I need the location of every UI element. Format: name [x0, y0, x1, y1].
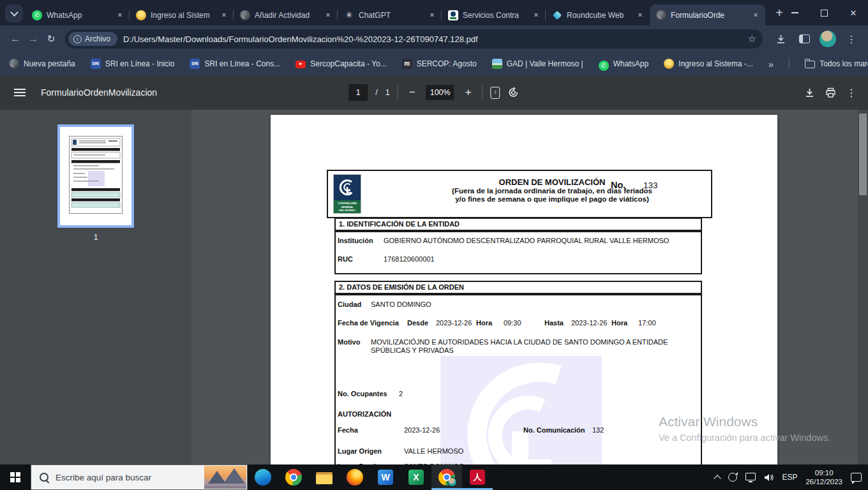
taskbar-search-input[interactable]: [54, 472, 191, 483]
bookmark-star-icon[interactable]: ☆: [748, 33, 756, 45]
clock-date: 26/12/2023: [805, 477, 842, 486]
bookmark-whatsapp[interactable]: ✆ WhatsApp: [599, 59, 648, 69]
taskbar-word[interactable]: W: [370, 464, 401, 490]
language-indicator[interactable]: ESP: [782, 473, 797, 482]
bookmark-gad-valle-hermoso[interactable]: GAD | Valle Hermoso |: [492, 59, 583, 69]
downloads-button[interactable]: [772, 30, 789, 48]
vertical-scrollbar[interactable]: [858, 110, 868, 464]
page-thumbnail[interactable]: [57, 124, 134, 228]
sync-tray-icon[interactable]: [728, 473, 737, 482]
close-icon: ✕: [850, 8, 857, 18]
download-icon[interactable]: [804, 87, 815, 98]
taskbar-excel[interactable]: X: [401, 464, 431, 490]
bookmark-sri-consultas[interactable]: SRI SRI en Línea - Cons...: [190, 59, 280, 69]
avatar: [819, 31, 836, 47]
taskbar-chrome[interactable]: [278, 464, 309, 490]
document-title: ORDEN DE MOVILIZACIÓN: [399, 177, 705, 187]
kebab-menu-icon[interactable]: ⋮: [846, 87, 857, 99]
tab-anadir-actividad[interactable]: Añadir Actividad ✕: [234, 4, 338, 26]
bookmark-sercop-agosto[interactable]: m SERCOP: Agosto: [402, 59, 477, 69]
profile-avatar[interactable]: [819, 30, 837, 48]
taskbar-file-explorer[interactable]: [309, 464, 340, 490]
bookmark-ingreso-sistema[interactable]: Ingreso al Sistema -...: [664, 59, 753, 69]
zoom-out-button[interactable]: −: [406, 86, 419, 99]
close-icon[interactable]: ✕: [531, 10, 541, 20]
action-center-icon[interactable]: [851, 473, 862, 482]
restore-button[interactable]: [809, 0, 839, 26]
toolbar-actions: ⋮: [772, 30, 860, 48]
close-icon[interactable]: ✕: [751, 10, 761, 20]
page-divider: /: [375, 88, 377, 97]
taskbar-clock[interactable]: 09:10 26/12/2023: [805, 468, 842, 486]
section1-header: 1. IDENTIFICACIÓN DE LA ENTIDAD: [334, 218, 702, 231]
close-icon[interactable]: ✕: [323, 10, 333, 20]
pdf-content-area: 1: [0, 110, 868, 464]
fit-to-page-icon[interactable]: ↕: [491, 87, 500, 99]
close-icon[interactable]: ✕: [219, 10, 229, 20]
file-explorer-icon: [316, 472, 333, 485]
print-icon[interactable]: [825, 87, 836, 98]
tab-search-button[interactable]: [5, 4, 23, 22]
page-number-input[interactable]: [348, 84, 368, 101]
tab-ingreso-sistema[interactable]: Ingreso al Sistem ✕: [130, 4, 234, 26]
profile-badge: [447, 477, 457, 487]
taskbar-search[interactable]: [31, 464, 248, 490]
close-window-button[interactable]: ✕: [839, 0, 868, 26]
whatsapp-icon: ✆: [32, 10, 42, 20]
taskbar-firefox[interactable]: [340, 464, 370, 490]
network-icon[interactable]: [745, 473, 756, 480]
close-icon[interactable]: ✕: [427, 10, 437, 20]
back-button[interactable]: ←: [6, 30, 24, 48]
close-icon[interactable]: ✕: [115, 10, 125, 20]
address-bar[interactable]: i Archivo D:/Users/Master/Downloads/Form…: [65, 29, 763, 48]
document-number-label: No.: [611, 180, 625, 190]
file-scheme-chip[interactable]: i Archivo: [68, 32, 117, 46]
taskbar-acrobat[interactable]: 人: [462, 464, 493, 490]
url-text: D:/Users/Master/Downloads/FormularioOrde…: [123, 34, 743, 44]
field-motivo: Motivo MOVILIZACIÓJND E AUTORIDADES HACI…: [271, 338, 777, 356]
tab-strip: ✆ WhatsApp ✕ Ingreso al Sistem ✕ Añadir …: [0, 0, 868, 26]
sri-icon: SRI: [190, 59, 200, 69]
page-thumbnail-preview: [69, 136, 123, 214]
search-icon: [40, 473, 49, 482]
taskbar-edge[interactable]: [248, 464, 278, 490]
reload-button[interactable]: ↻: [42, 30, 60, 48]
document-header: CONTRALORÍA GENERAL DEL ESTADO ORDEN DE …: [327, 170, 712, 218]
field-institucion: Institución GOBIERNO AUTÓNOMO DESCENTRAL…: [271, 237, 777, 246]
cge-emblem-icon: [334, 175, 361, 200]
minimize-button[interactable]: [780, 0, 809, 26]
tab-formulario-active[interactable]: FormularioOrde ✕: [650, 4, 765, 26]
bookmark-sercopcapacita[interactable]: SercopCapacita - Yo...: [296, 59, 386, 68]
all-bookmarks-button[interactable]: Todos los marcadores: [805, 59, 868, 68]
taskbar-chrome-active[interactable]: [431, 464, 462, 490]
bookmarks-overflow-button[interactable]: »: [768, 59, 774, 70]
close-icon[interactable]: ✕: [635, 10, 645, 20]
menu-icon[interactable]: [14, 89, 26, 90]
globe-icon: [9, 59, 19, 69]
tab-chatgpt[interactable]: ✳ ChatGPT ✕: [338, 4, 442, 26]
tab-whatsapp[interactable]: ✆ WhatsApp ✕: [26, 4, 130, 26]
side-panel-icon: [799, 34, 810, 43]
pdf-toolbar: FormularioOrdenMovilizacion / 1 − 100% +…: [0, 75, 868, 110]
browser-menu-button[interactable]: ⋮: [842, 30, 860, 48]
search-highlight-image[interactable]: [204, 466, 246, 489]
pdf-page: CONTRALORÍA GENERAL DEL ESTADO ORDEN DE …: [271, 115, 777, 464]
page-total: 1: [385, 88, 390, 97]
scrollbar-thumb[interactable]: [859, 114, 867, 195]
volume-icon[interactable]: [764, 473, 774, 482]
forward-button[interactable]: →: [24, 30, 42, 48]
bookmark-sri-inicio[interactable]: SRI SRI en Línea - Inicio: [91, 59, 175, 69]
zoom-level[interactable]: 100%: [426, 85, 454, 100]
tab-roundcube[interactable]: Roundcube Web ✕: [546, 4, 650, 26]
tray-expand-icon[interactable]: [714, 475, 721, 482]
bookmark-nueva-pestana[interactable]: Nueva pestaña: [9, 59, 75, 69]
zoom-in-button[interactable]: +: [462, 86, 475, 99]
tab-servicios[interactable]: Servicios Contra ✕: [442, 4, 546, 26]
rotate-icon[interactable]: [508, 87, 520, 98]
whatsapp-icon: ✆: [599, 61, 609, 71]
field-ruc: RUC 1768120600001: [271, 255, 777, 264]
address-toolbar: ← → ↻ i Archivo D:/Users/Master/Download…: [0, 26, 868, 52]
restore-icon: [821, 10, 828, 17]
side-panel-button[interactable]: [795, 30, 813, 48]
start-button[interactable]: [0, 464, 31, 490]
